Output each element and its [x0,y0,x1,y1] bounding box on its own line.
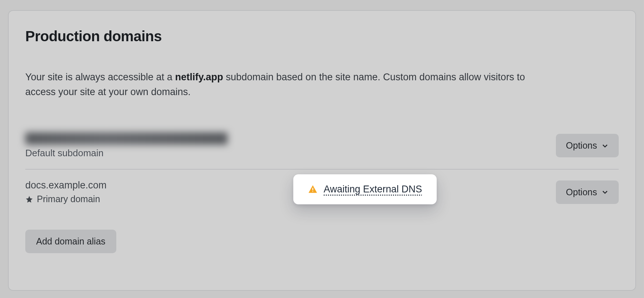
options-button-label: Options [566,187,597,197]
description-bold: netlify.app [175,72,223,82]
add-domain-alias-button[interactable]: Add domain alias [25,230,116,253]
star-icon [25,195,33,203]
primary-domain-line: Primary domain [25,194,107,204]
warning-icon [308,184,318,195]
section-title: Production domains [25,28,619,44]
production-domains-card: Production domains Your site is always a… [8,10,636,291]
chevron-down-icon [601,142,609,149]
svg-rect-0 [312,188,313,190]
row-right: Options [556,134,619,157]
redacted-domain-link[interactable] [25,132,228,145]
options-button-label: Options [566,140,597,151]
dns-status-pill: Awaiting External DNS [293,174,437,204]
domain-left: Default subdomain [25,132,228,159]
options-button[interactable]: Options [556,180,619,204]
section-description: Your site is always accessible at a netl… [25,70,531,99]
domain-left: docs.example.com Primary domain [25,180,107,204]
awaiting-external-dns-link[interactable]: Awaiting External DNS [324,184,422,195]
domain-name-link[interactable]: docs.example.com [25,180,107,191]
description-text-1: Your site is always accessible at a [25,72,175,82]
default-subdomain-label: Default subdomain [25,148,228,159]
chevron-down-icon [601,188,609,196]
primary-domain-label: Primary domain [37,194,100,204]
row-right: Options [556,180,619,204]
options-button[interactable]: Options [556,134,619,157]
svg-rect-1 [312,191,313,192]
domain-row-default: Default subdomain Options [25,122,619,170]
add-domain-alias-label: Add domain alias [36,236,105,247]
